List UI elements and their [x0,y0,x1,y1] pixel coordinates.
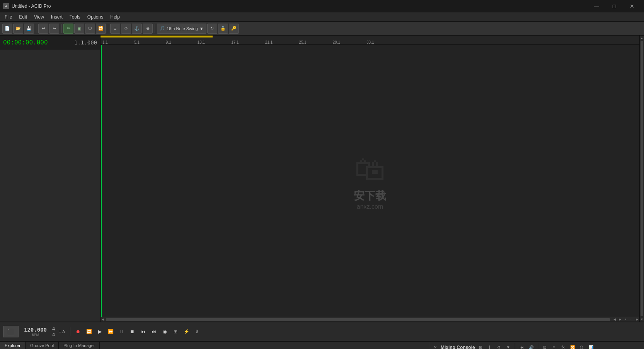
title-bar-left: A Untitled - ACID Pro [3,3,51,9]
toolbar-open[interactable]: 📂 [13,24,23,34]
toolbar-new[interactable]: 📄 [2,24,12,34]
toolbar-tool2[interactable]: ⟳ [121,24,131,34]
timeline-ruler: 1.1 5.1 9.1 13.1 17.1 21.1 25.1 29.1 33.… [101,36,639,45]
timeline-selection-bar[interactable] [101,36,213,37]
toolbar-select[interactable]: ▣ [74,24,84,34]
vscroll-up-btn[interactable]: ▲ [640,36,644,40]
mc-tool2[interactable]: ≡ [550,344,558,349]
mc-vol-btn[interactable]: 🔊 [527,344,535,349]
track-area: 00:00:00.000 1.1.000 1.1 5.1 9.1 13.1 17… [0,36,644,322]
arm-btn[interactable]: 🎙 [193,327,201,336]
mc-tool1[interactable]: ⊡ [541,344,549,349]
record-button[interactable]: ⏺ [74,327,82,336]
hscroll-controls: ◀ ▶ + - [611,318,635,321]
toolbar-draw[interactable]: ✏ [63,24,73,34]
hscroll-right-btn[interactable]: ▶ [635,317,639,322]
toolbar-refresh[interactable]: ↻ [207,24,217,34]
hscroll-left-btn[interactable]: ◀ [101,317,105,322]
maximize-button[interactable]: □ [605,0,623,12]
mc-sep1 [515,343,515,349]
hscroll-zoom-out[interactable]: - [629,318,633,321]
ruler-mark-9: 9.1 [166,40,171,44]
tab-groove-pool[interactable]: Groove Pool [26,342,59,349]
play-from-start[interactable]: ⏩ [106,327,115,336]
toolbar-undo[interactable]: ↩ [38,24,48,34]
watermark: 🛍 安下载 anxz.com [354,152,386,210]
close-button[interactable]: ✕ [623,0,641,12]
explorer-panel: Explorer Groove Pool Plug-In Manager ✕ 🖥… [0,342,429,349]
timeline-hscroll: ◀ ◀ ▶ + - ▶ [101,317,639,322]
toolbar-lock[interactable]: 🔒 [218,24,228,34]
toolbar-redo[interactable]: ↪ [49,24,59,34]
skip-prev-btn[interactable]: ⏭ [150,327,158,336]
ruler-mark-13: 13.1 [198,40,205,44]
marker-btn[interactable]: ◉ [160,327,169,336]
mc-grid-btn[interactable]: ⊞ [477,344,484,349]
toolbar-tool4[interactable]: ⊕ [143,24,153,34]
menu-insert[interactable]: Insert [48,14,66,20]
toolbar-key[interactable]: 🔑 [229,24,239,34]
mc-gear-btn[interactable]: ⚙ [495,344,503,349]
main-area: 00:00:00.000 1.1.000 1.1 5.1 9.1 13.1 17… [0,36,644,341]
pause-button[interactable]: ⏸ [117,327,126,336]
track-headers: 00:00:00.000 1.1.000 [0,36,101,322]
ruler-mark-25: 25.1 [299,40,306,44]
hscroll-next-btn[interactable]: ▶ [618,318,622,321]
tab-plugin-manager[interactable]: Plug-In Manager [59,342,100,349]
menu-tools[interactable]: Tools [66,14,83,20]
time-display-beat: 1.1.000 [74,39,97,46]
play-button[interactable]: ▶ [95,327,104,336]
mc-tool3[interactable]: 🔀 [569,344,576,349]
menu-edit[interactable]: Edit [16,14,30,20]
toolbar-tool3[interactable]: ⚓ [132,24,142,34]
minimize-button[interactable]: — [588,0,605,12]
vscroll-down-btn[interactable]: ▼ [640,317,644,322]
tab-explorer[interactable]: Explorer [0,342,26,349]
skip-back-btn[interactable]: ⏮ [139,327,147,336]
toolbar-erase[interactable]: ⬡ [85,24,95,34]
hscroll-prev-btn[interactable]: ◀ [612,318,617,321]
toolbar: 📄 📂 💾 ↩ ↪ ✏ ▣ ⬡ 🔁 ≡ ⟳ ⚓ ⊕ 🎵 16th Note Sw… [0,22,644,36]
mc-tool5[interactable]: 📊 [587,344,595,349]
timeline-right: 1.1 5.1 9.1 13.1 17.1 21.1 25.1 29.1 33.… [101,36,639,322]
mc-fx-btn[interactable]: fx [559,344,567,349]
loop-transport-btn[interactable]: 🔁 [85,327,93,336]
mc-skip-start[interactable]: ⏮ [518,344,526,349]
ruler-mark-17: 17.1 [231,40,239,44]
time-sig-bottom: 4 [52,332,55,337]
mc-close-btn[interactable]: ✕ [431,344,439,349]
mc-dropdown-btn[interactable]: ▼ [504,344,512,349]
mc-sep2 [538,343,538,349]
bpm-section: 120.000 BPM [21,327,50,337]
menu-bar: File Edit View Insert Tools Options Help [0,12,644,22]
track-header-area [0,49,100,322]
menu-options[interactable]: Options [84,14,106,20]
mc-title: Mixing Console [441,345,475,349]
snap-btn[interactable]: ⊞ [171,327,180,336]
loop-button[interactable]: ⬛ [3,326,19,337]
hscroll-track[interactable] [105,318,611,321]
punch-btn[interactable]: ⚡ [182,327,191,336]
ruler-mark-5: 5.1 [134,40,140,44]
ruler-mark-33: 33.1 [366,40,374,44]
explorer-tabs: Explorer Groove Pool Plug-In Manager [0,342,429,349]
toolbar-loop[interactable]: 🔁 [96,24,106,34]
menu-file[interactable]: File [2,14,15,20]
toolbar-sep2 [61,24,61,33]
time-display: 00:00:00.000 1.1.000 [0,36,100,49]
bpm-value: 120.000 [24,327,47,333]
hscroll-thumb[interactable] [106,318,610,321]
mc-tool4[interactable]: ⬡ [578,344,586,349]
toolbar-save[interactable]: 💾 [24,24,34,34]
swing-dropdown[interactable]: 🎵 16th Note Swing ▼ [157,24,206,34]
menu-help[interactable]: Help [107,14,123,20]
timeline-canvas[interactable]: 🛍 安下载 anxz.com [101,45,639,317]
menu-view[interactable]: View [31,14,47,20]
stop-button[interactable]: ⏹ [128,327,136,336]
vscroll-thumb[interactable] [641,41,643,316]
hscroll-zoom-in[interactable]: + [623,318,628,321]
playhead [101,45,102,317]
bottom-section: Explorer Groove Pool Plug-In Manager ✕ 🖥… [0,341,644,349]
toolbar-normalize[interactable]: ≡ [110,24,120,34]
swing-arrow-icon: ▼ [199,26,204,31]
